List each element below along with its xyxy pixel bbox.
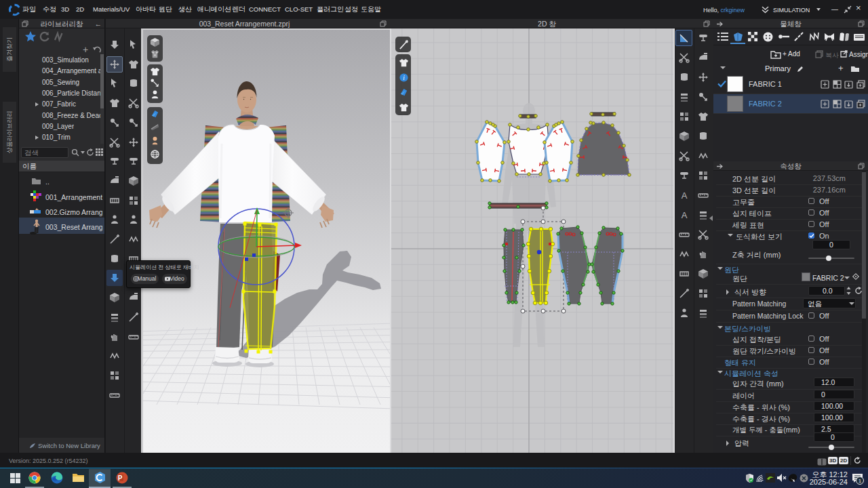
svg-text:A: A xyxy=(682,190,688,201)
svg-text:A: A xyxy=(682,210,688,220)
svg-text:P: P xyxy=(118,474,123,482)
svg-text:i: i xyxy=(403,74,405,81)
